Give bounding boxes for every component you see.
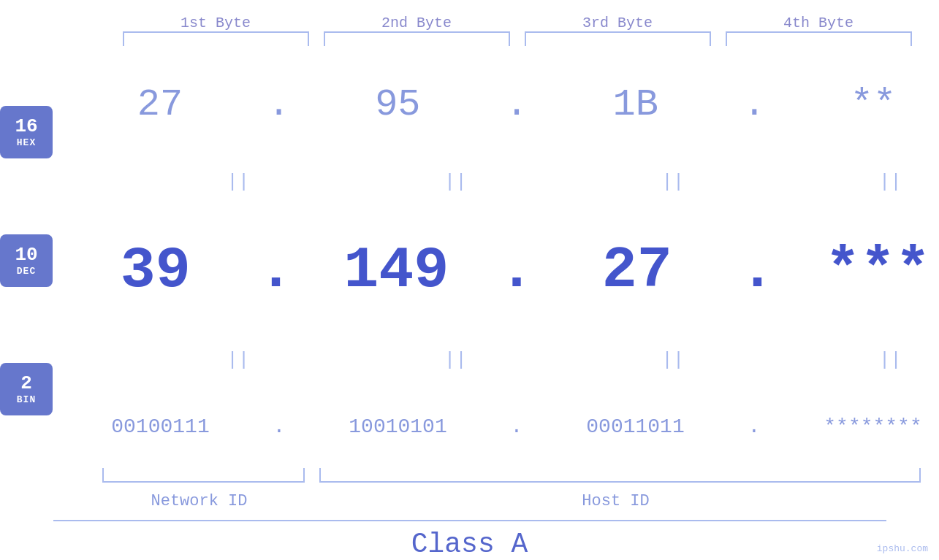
bin-byte2: 10010101 [290,415,506,438]
hex-byte1: 27 [53,83,267,126]
byte3-header: 3rd Byte [517,15,718,31]
dec-badge-num: 10 [15,245,37,266]
hex-badge: 16 HEX [0,106,53,158]
bracket-byte2 [324,31,510,46]
eq-1: || [148,171,329,193]
dot-dec-1: . [258,237,293,304]
bottom-bracket-host [319,468,921,483]
dot-dec-2: . [499,237,534,304]
bin-badge-num: 2 [20,373,32,394]
dec-byte2: 149 [294,237,499,304]
dot-dec-3: . [740,237,775,304]
dot-hex-1: . [267,83,290,126]
dot-hex-3: . [743,83,766,126]
byte1-header: 1st Byte [115,15,316,31]
eq-2: || [365,171,547,193]
dec-badge-label: DEC [17,266,36,277]
hex-badge-label: HEX [17,137,36,148]
byte2-header: 2nd Byte [316,15,517,31]
eq-8: || [800,349,940,371]
dec-byte1: 39 [53,237,258,304]
dot-bin-1: . [268,415,290,438]
byte-headers: 1st Byte 2nd Byte 3rd Byte 4th Byte [115,15,919,31]
watermark: ipshu.com [877,543,928,554]
eq-7: || [582,349,764,371]
network-id-label: Network ID [95,492,303,510]
bracket-byte3 [525,31,711,46]
hex-badge-num: 16 [15,116,37,137]
dec-byte4: *** [775,237,940,304]
class-label: Class A [411,529,528,560]
dec-row: 39 . 149 . 27 . *** [53,237,939,304]
byte4-header: 4th Byte [718,15,919,31]
hex-row: 27 . 95 . 1B . ** [53,83,939,126]
bottom-bracket-network [102,468,305,483]
bracket-byte1 [123,31,309,46]
class-bracket [53,518,886,521]
bin-badge: 2 BIN [0,363,53,415]
dot-hex-2: . [505,83,528,126]
eq-row-1: || || || || [148,171,939,193]
top-brackets [115,31,919,53]
values-area: 27 . 95 . 1B . ** || || [53,53,939,468]
hex-byte3: 1B [528,83,743,126]
hex-byte2: 95 [290,83,505,126]
bracket-byte4 [726,31,912,46]
badges-column: 16 HEX 10 DEC 2 BIN [0,53,53,468]
bin-row: 00100111 . 10010101 . 00011011 . *******… [53,415,939,438]
bin-byte1: 00100111 [53,415,268,438]
eq-5: || [148,349,329,371]
eq-6: || [365,349,547,371]
main-container: 1st Byte 2nd Byte 3rd Byte 4th Byte 16 H… [0,0,939,560]
dot-bin-2: . [506,415,528,438]
bin-badge-label: BIN [17,394,36,405]
dec-byte3: 27 [534,237,740,304]
bin-byte4: ******** [765,415,939,438]
hex-byte4: ** [766,83,939,126]
bin-byte3: 00011011 [528,415,743,438]
dec-badge: 10 DEC [0,234,53,287]
eq-row-2: || || || || [148,349,939,371]
eq-3: || [582,171,764,193]
host-id-label: Host ID [303,492,928,510]
dot-bin-3: . [743,415,765,438]
eq-4: || [800,171,940,193]
